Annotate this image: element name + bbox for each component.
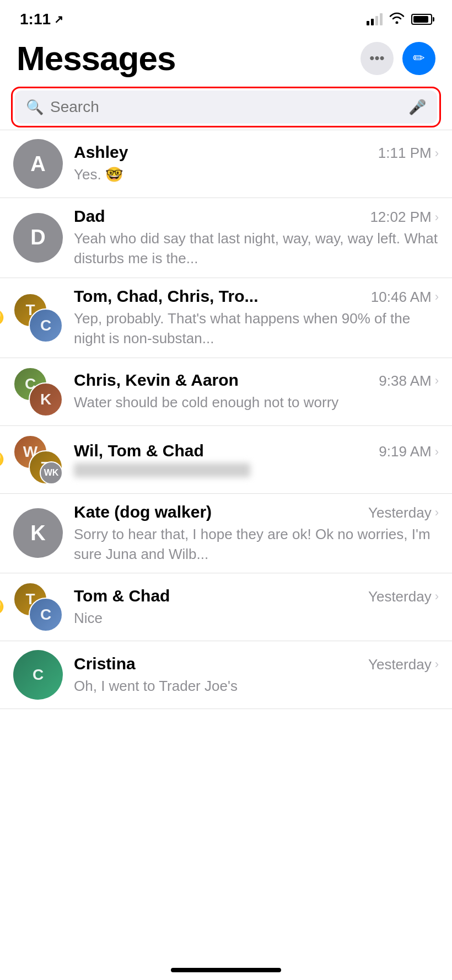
group-avatar: C K <box>13 367 63 417</box>
message-top: Kate (dog walker) Yesterday › <box>74 503 439 521</box>
status-time: 1:11 ↗ <box>20 10 63 28</box>
message-content-chris-kevin: Chris, Kevin & Aaron 9:38 AM › Water sho… <box>74 371 439 412</box>
signal-bar-1 <box>367 21 369 25</box>
group-avatar: T C <box>13 293 63 343</box>
avatar-group-chris-kevin: C K <box>13 367 63 417</box>
muted-moon-icon: 🌙 <box>0 452 4 467</box>
header-actions: ••• ✏ <box>360 42 435 75</box>
message-top: Ashley 1:11 PM › <box>74 143 439 162</box>
conversation-item-tom-chad-chris[interactable]: 🌙 T C Tom, Chad, Chris, Tro... 10:46 AM … <box>0 278 452 358</box>
chevron-icon: › <box>435 374 439 388</box>
battery-icon <box>411 14 432 25</box>
message-time: 10:46 AM › <box>371 289 439 306</box>
signal-bars <box>367 13 383 25</box>
message-preview: Nice <box>74 608 439 628</box>
message-content-dad: Dad 12:02 PM › Yeah who did say that las… <box>74 207 439 269</box>
message-time: 9:19 AM › <box>379 443 439 460</box>
message-preview: Sorry to hear that, I hope they are ok! … <box>74 524 439 564</box>
message-preview: Yep, probably. That's what happens when … <box>74 308 439 349</box>
compose-button[interactable]: ✏ <box>402 42 435 75</box>
message-top: Dad 12:02 PM › <box>74 207 439 226</box>
conversation-item-ashley[interactable]: A Ashley 1:11 PM › Yes. 🤓 <box>0 130 452 198</box>
blurred-message-preview <box>74 463 250 477</box>
person-avatar-inner: C <box>13 650 63 700</box>
person-avatar-inner: C <box>30 599 62 631</box>
group-avatar: T C <box>13 582 63 632</box>
conversation-item-wil-tom-chad[interactable]: 🌙 W T WK Wil, Tom & Chad 9:19 AM › <box>0 426 452 494</box>
search-container[interactable]: 🔍 🎤 <box>11 87 441 127</box>
message-time: 12:02 PM › <box>370 209 439 226</box>
home-indicator <box>171 968 281 972</box>
more-button[interactable]: ••• <box>360 42 394 75</box>
message-content-tom-chad: Tom & Chad Yesterday › Nice <box>74 587 439 628</box>
status-bar: 1:11 ↗ <box>0 0 452 33</box>
wk-badge: WK <box>40 461 63 484</box>
signal-bar-3 <box>375 16 378 25</box>
message-preview: Oh, I went to Trader Joe's <box>74 676 439 696</box>
message-preview: Yeah who did say that last night, way, w… <box>74 228 439 269</box>
avatar-dad: D <box>13 213 63 263</box>
chevron-icon: › <box>435 146 439 161</box>
chevron-icon: › <box>435 210 439 225</box>
message-time: Yesterday › <box>368 504 439 521</box>
person-avatar-inner: C <box>30 310 62 342</box>
message-time: 1:11 PM › <box>378 145 439 162</box>
page-title: Messages <box>17 39 175 78</box>
contact-name: Cristina <box>74 654 136 673</box>
location-icon: ↗ <box>54 13 63 26</box>
message-top: Chris, Kevin & Aaron 9:38 AM › <box>74 371 439 390</box>
message-list: A Ashley 1:11 PM › Yes. 🤓 D Dad 12:02 PM… <box>0 130 452 709</box>
search-icon: 🔍 <box>26 99 44 116</box>
chevron-icon: › <box>435 505 439 520</box>
avatar-group-tom-chad: T C <box>13 582 63 632</box>
contact-name: Kate (dog walker) <box>74 503 212 521</box>
contact-name: Chris, Kevin & Aaron <box>74 371 239 390</box>
avatar-circle: D <box>13 213 63 263</box>
conversation-item-kate[interactable]: K Kate (dog walker) Yesterday › Sorry to… <box>0 494 452 574</box>
microphone-icon: 🎤 <box>408 99 426 116</box>
chevron-icon: › <box>435 290 439 304</box>
muted-moon-icon: 🌙 <box>0 310 4 326</box>
conversation-item-cristina[interactable]: C Cristina Yesterday › Oh, I went to Tra… <box>0 641 452 709</box>
compose-pencil-icon: ✏ <box>413 50 425 67</box>
message-content-tom-group: Tom, Chad, Chris, Tro... 10:46 AM › Yep,… <box>74 287 439 349</box>
status-icons <box>367 12 432 27</box>
time-label: 1:11 <box>20 10 51 28</box>
message-top: Tom, Chad, Chris, Tro... 10:46 AM › <box>74 287 439 306</box>
group-avatar-2: C <box>29 598 63 632</box>
conversation-item-chris-kevin-aaron[interactable]: C K Chris, Kevin & Aaron 9:38 AM › Water… <box>0 358 452 426</box>
battery-fill <box>413 16 428 23</box>
contact-name: Tom & Chad <box>74 587 170 605</box>
group-avatar-2: C <box>29 308 63 343</box>
group-avatar-2: K <box>29 382 63 417</box>
message-time: Yesterday › <box>368 656 439 673</box>
contact-name: Tom, Chad, Chris, Tro... <box>74 287 258 306</box>
message-preview: Water should be cold enough not to worry <box>74 392 439 412</box>
contact-name: Dad <box>74 207 105 226</box>
chevron-icon: › <box>435 445 439 459</box>
muted-moon-icon: 🌙 <box>0 599 4 615</box>
message-content-ashley: Ashley 1:11 PM › Yes. 🤓 <box>74 143 439 184</box>
contact-name: Wil, Tom & Chad <box>74 441 204 460</box>
search-input[interactable] <box>50 98 402 116</box>
message-content-kate: Kate (dog walker) Yesterday › Sorry to h… <box>74 503 439 564</box>
search-bar[interactable]: 🔍 🎤 <box>15 90 437 124</box>
avatar-ashley: A <box>13 139 63 189</box>
person-avatar-inner: K <box>30 384 62 416</box>
avatar-kate: K <box>13 508 63 558</box>
message-time: Yesterday › <box>368 588 439 605</box>
message-time: 9:38 AM › <box>379 372 439 390</box>
conversation-item-tom-chad[interactable]: 🌙 T C Tom & Chad Yesterday › Nice <box>0 573 452 641</box>
header: Messages ••• ✏ <box>0 33 452 87</box>
signal-bar-2 <box>371 19 374 25</box>
wifi-icon <box>389 12 405 27</box>
message-top: Wil, Tom & Chad 9:19 AM › <box>74 441 439 460</box>
chevron-icon: › <box>435 589 439 604</box>
avatar-circle: C <box>13 650 63 700</box>
avatar-circle: K <box>13 508 63 558</box>
avatar-cristina: C <box>13 650 63 700</box>
conversation-item-dad[interactable]: D Dad 12:02 PM › Yeah who did say that l… <box>0 198 452 278</box>
avatar-circle: A <box>13 139 63 189</box>
message-top: Tom & Chad Yesterday › <box>74 587 439 605</box>
message-preview: Yes. 🤓 <box>74 164 439 184</box>
